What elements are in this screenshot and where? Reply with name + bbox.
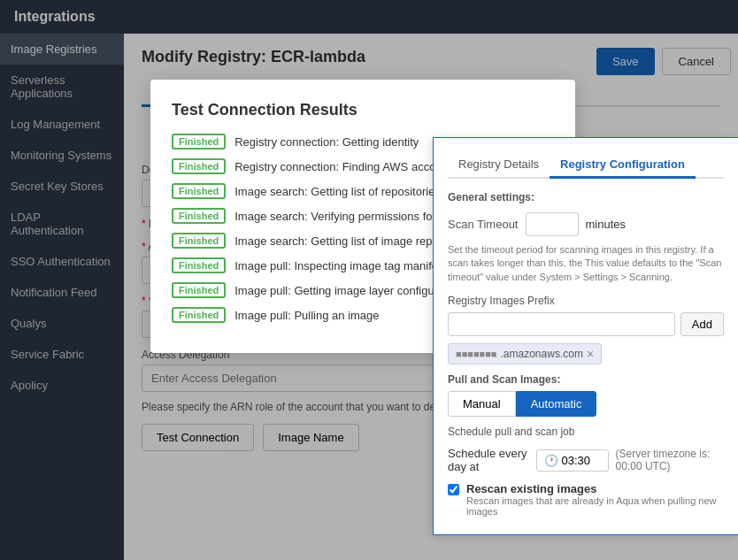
badge-4: Finished xyxy=(172,233,226,249)
side-tab-registry-configuration[interactable]: Registry Configuration xyxy=(550,152,696,179)
modal-result-text-2: Image search: Getting list of repositori… xyxy=(234,185,441,198)
tag-close-icon[interactable]: × xyxy=(587,347,594,361)
manual-button[interactable]: Manual xyxy=(448,391,516,417)
pull-scan-label: Pull and Scan Images: xyxy=(448,373,724,386)
page-content: Save Cancel Modify Registry: ECR-lambda … xyxy=(124,34,738,560)
modal-result-text-5: Image pull: Inspecting image tag manifes… xyxy=(234,259,447,272)
rescan-sub: Rescan images that are already in Aqua w… xyxy=(466,495,724,517)
badge-7: Finished xyxy=(172,307,226,323)
badge-2: Finished xyxy=(172,183,226,199)
scan-timeout-unit: minutes xyxy=(586,218,627,231)
rescan-row: Rescan existing images Rescan images tha… xyxy=(448,482,724,517)
rescan-label: Rescan existing images xyxy=(466,482,724,495)
prefix-input[interactable] xyxy=(448,312,675,336)
schedule-label: Schedule every day at xyxy=(448,447,529,473)
modal-result-text-6: Image pull: Getting image layer configur… xyxy=(234,284,463,297)
automatic-button[interactable]: Automatic xyxy=(516,391,597,417)
scan-timeout-text: Scan Timeout xyxy=(448,218,519,231)
side-panel-tabs: Registry Details Registry Configuration xyxy=(448,152,724,179)
main-content: Image Registries Serverless Applications… xyxy=(0,34,738,560)
badge-6: Finished xyxy=(172,282,226,298)
modal-result-text-0: Registry connection: Getting identity xyxy=(234,135,419,149)
modal-overlay[interactable]: Test Connection Results Finished Registr… xyxy=(124,34,738,560)
side-panel: Registry Details Registry Configuration … xyxy=(433,137,738,535)
badge-1: Finished xyxy=(172,158,226,174)
clock-icon: 🕐 xyxy=(544,454,558,467)
schedule-link[interactable]: Schedule pull and scan job xyxy=(448,426,724,438)
registry-images-prefix-label: Registry Images Prefix xyxy=(448,295,724,307)
badge-0: Finished xyxy=(172,134,226,150)
scan-timeout-row: Scan Timeout minutes xyxy=(448,212,724,236)
timezone-label: (Server timezone is: 00:00 UTC) xyxy=(616,448,724,472)
schedule-time-input[interactable] xyxy=(562,454,601,467)
app-container: Integrations Image Registries Serverless… xyxy=(0,0,738,560)
add-prefix-button[interactable]: Add xyxy=(680,312,724,336)
pull-scan-toggle: Manual Automatic xyxy=(448,391,724,417)
badge-5: Finished xyxy=(172,257,226,273)
rescan-checkbox[interactable] xyxy=(448,484,459,495)
general-settings-label: General settings: xyxy=(448,191,724,203)
schedule-row: Schedule every day at 🕐 (Server timezone… xyxy=(448,447,724,473)
modal-result-text-7: Image pull: Pulling an image xyxy=(234,309,379,322)
prefix-input-row: Add xyxy=(448,312,724,336)
scan-timeout-help: Set the timeout period for scanning imag… xyxy=(448,243,724,284)
prefix-tag: ■■■■■■■ .amazonaws.com × xyxy=(448,343,602,364)
side-tab-registry-details[interactable]: Registry Details xyxy=(448,152,550,179)
pull-scan-row: Pull and Scan Images: Manual Automatic xyxy=(448,373,724,417)
tag-row: ■■■■■■■ .amazonaws.com × xyxy=(448,343,724,364)
modal-title: Test Connection Results xyxy=(172,101,554,119)
modal-result-text-1: Registry connection: Finding AWS account… xyxy=(234,160,466,173)
scan-timeout-input[interactable] xyxy=(526,212,579,236)
badge-3: Finished xyxy=(172,208,226,224)
